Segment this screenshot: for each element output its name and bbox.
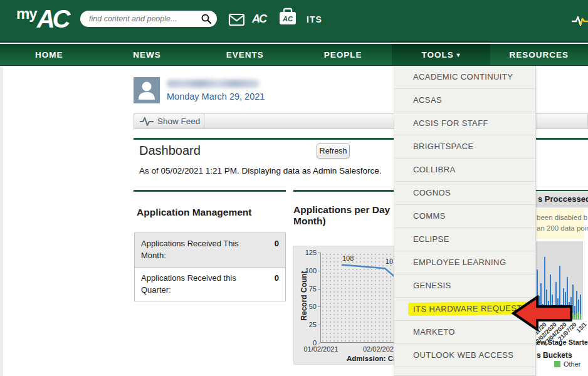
- chevron-down-icon: ▾: [456, 51, 460, 58]
- nav-item-news[interactable]: NEWS: [98, 44, 196, 65]
- logo-ac-text: AC: [37, 5, 68, 33]
- logo-my-text: my: [16, 5, 37, 22]
- myac-logo[interactable]: myAC: [16, 5, 68, 33]
- nav-item-home[interactable]: HOME: [0, 44, 98, 65]
- legend-swatch: [554, 361, 560, 367]
- page-title: Dashboard: [139, 144, 201, 158]
- y-tick-label: 50: [295, 303, 317, 310]
- highlight-marker: ITS HARDWARE REQUEST: [408, 301, 527, 316]
- briefcase-icon[interactable]: AC: [278, 8, 297, 28]
- y-tick-mark: [318, 253, 320, 253]
- current-date: Monday March 29, 2021: [167, 91, 265, 102]
- its-label[interactable]: ITS: [307, 14, 322, 24]
- refresh-button[interactable]: Refresh: [317, 144, 350, 159]
- legend-label: Other: [564, 360, 581, 368]
- menu-item-brightspace[interactable]: BRIGHTSPACE: [394, 135, 535, 159]
- search-input[interactable]: [89, 14, 201, 23]
- main-nav: HOME NEWS EVENTS PEOPLE TOOLS ▾ RESOURCE…: [0, 44, 588, 66]
- menu-item-acsis-for-staff[interactable]: ACSIS FOR STAFF: [394, 112, 535, 135]
- data-point-label: 108: [342, 254, 354, 262]
- menu-item-employee-learning[interactable]: EMPLOYEE LEARNING: [394, 251, 535, 274]
- nav-item-events[interactable]: EVENTS: [196, 44, 294, 65]
- y-tick-label: 75: [295, 285, 317, 293]
- person-icon: [134, 77, 160, 103]
- legend-title: s Buckets: [537, 351, 572, 360]
- apps-per-day-title-line1: Applications per Day: [293, 204, 390, 216]
- nav-item-tools[interactable]: TOOLS ▾: [392, 44, 490, 65]
- legend-item[interactable]: Other: [554, 360, 581, 368]
- app-management-table: Applications Received This Month: 0 Appl…: [134, 232, 286, 301]
- left-edge-strip: [0, 66, 3, 376]
- nav-item-tools-label: TOOLS: [421, 50, 453, 60]
- app-management-title: Application Management: [137, 207, 251, 218]
- notice-line: an 200 data point: [537, 224, 588, 232]
- menu-item-comms[interactable]: COMMS: [394, 205, 535, 228]
- global-search[interactable]: [80, 11, 217, 27]
- top-header: myAC AC AC ITS: [0, 0, 588, 43]
- menu-item-eclipse[interactable]: ECLIPSE: [394, 228, 535, 251]
- feed-pulse-icon: [140, 117, 154, 127]
- menu-item-acsas[interactable]: ACSAS: [394, 89, 535, 112]
- menu-item-cognos[interactable]: COGNOS: [394, 182, 535, 205]
- y-tick-mark: [318, 325, 320, 325]
- search-icon[interactable]: [201, 13, 212, 24]
- menu-item-academic-continuity[interactable]: ACADEMIC CONTINUITY: [394, 66, 535, 89]
- menu-item-outlook-web-access[interactable]: OUTLOOK WEB ACCESS: [394, 344, 535, 367]
- portal-page: myAC AC AC ITS HOME NEWS EVENTS PE: [0, 0, 588, 376]
- notice-line: been disabled b: [537, 214, 587, 221]
- menu-item-collibra[interactable]: COLLIBRA: [394, 159, 535, 182]
- avatar[interactable]: [134, 77, 160, 103]
- show-feed-label: Show Feed: [157, 117, 200, 126]
- y-tick-mark: [318, 289, 320, 290]
- x-tick-label: 01/02/2021: [299, 345, 343, 353]
- right-x-axis-title: ew Stage Started: [537, 338, 588, 346]
- nav-item-people[interactable]: PEOPLE: [294, 44, 392, 65]
- y-tick-mark: [318, 306, 320, 307]
- metric-value: 0: [249, 273, 279, 296]
- mail-icon[interactable]: [228, 11, 245, 28]
- y-tick-mark: [318, 271, 320, 271]
- ac-apps-icon[interactable]: AC: [252, 13, 266, 26]
- y-tick-label: 125: [295, 249, 317, 256]
- show-feed-button[interactable]: Show Feed: [134, 114, 204, 128]
- user-name-redacted: [167, 80, 260, 88]
- y-tick-label: 100: [295, 267, 317, 274]
- y-tick-mark: [318, 343, 320, 343]
- section-divider: [134, 190, 286, 192]
- svg-text:AC: AC: [282, 15, 293, 23]
- y-tick-label: 25: [295, 321, 317, 328]
- pulse-icon[interactable]: [572, 13, 588, 29]
- as-of-status: As of 05/02/2021 1:21 PM. Displaying dat…: [139, 166, 381, 175]
- metric-value: 0: [249, 238, 279, 262]
- metric-label: Applications Received This Month:: [141, 238, 249, 262]
- nav-item-resources[interactable]: RESOURCES: [490, 44, 588, 65]
- red-arrow-annotation: [511, 293, 588, 333]
- table-row[interactable]: Applications Received This Month: 0: [135, 233, 285, 268]
- table-row[interactable]: Applications Received this Quarter: 0: [135, 268, 285, 301]
- apps-per-day-title-line2: Month): [293, 216, 326, 227]
- apps-processed-title: s Proccessed: [538, 194, 588, 204]
- metric-label: Applications Received this Quarter:: [141, 273, 249, 296]
